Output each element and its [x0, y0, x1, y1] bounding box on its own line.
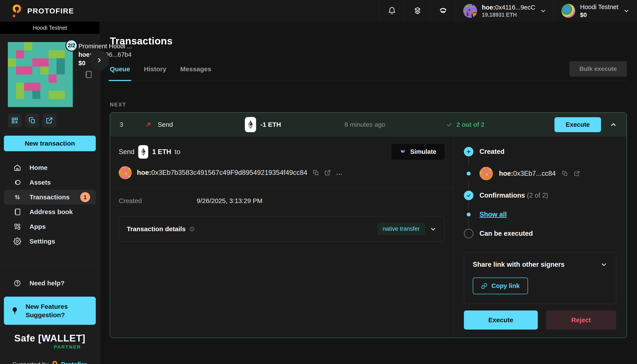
- batch-button[interactable]: [404, 0, 430, 22]
- tx-status-panel: Created: [454, 136, 626, 338]
- wallet-info: hoe:0x4116...9ecC 19.18931 ETH: [482, 4, 535, 18]
- tab-messages[interactable]: Messages: [180, 66, 211, 80]
- transaction-summary-row[interactable]: 3 Send -1 ETH 8 minutes ago: [110, 113, 626, 136]
- timeline-confirmations: Confirmations (2 of 2): [464, 191, 616, 200]
- tx-amount: -1 ETH: [245, 117, 344, 132]
- more-options-icon[interactable]: …: [336, 169, 343, 176]
- tx-type-label: Send: [158, 121, 173, 128]
- send-amount: 1 ETH: [152, 148, 171, 156]
- executable-label: Can be executed: [480, 230, 533, 238]
- supported-by-row: Supported by Protofire: [0, 361, 100, 364]
- topbar-actions: hoe:0x4116...9ecC 19.18931 ETH Hoodi Tes…: [379, 0, 637, 22]
- walletconnect-button[interactable]: [430, 0, 456, 22]
- sidebar-collapse-button[interactable]: [89, 50, 109, 70]
- simulate-icon: [400, 149, 406, 155]
- network-fiat: $0: [580, 11, 618, 19]
- flame-icon: [11, 4, 22, 18]
- brand-name: PROTOFIRE: [27, 7, 74, 15]
- address-book-save-button[interactable]: [84, 42, 93, 107]
- safe-avatar: 2/2: [8, 42, 73, 107]
- qr-code-icon: [11, 117, 18, 124]
- bulk-execute-button[interactable]: Bulk execute: [570, 61, 627, 77]
- simulate-button[interactable]: Simulate: [392, 144, 444, 160]
- plus-circle-icon: [464, 147, 474, 156]
- recipient-address: hoe:0x3Eb7b3583c491567c49F9d89549219354f…: [137, 169, 308, 176]
- creator-address: hoe:0x3Eb7...cc84: [499, 170, 556, 178]
- apps-icon: [14, 223, 21, 230]
- sidebar: Hoodi Testnet 2/2: [0, 22, 100, 364]
- tx-timestamp: 8 minutes ago: [344, 121, 446, 128]
- address-book-icon: [14, 208, 21, 216]
- network-avatar: [562, 4, 575, 18]
- wallet-avatar: [463, 4, 477, 18]
- feature-suggestion-button[interactable]: New Features Suggestion?: [4, 296, 96, 325]
- timeline-connector: [468, 220, 469, 228]
- show-all-link[interactable]: Show all: [480, 210, 507, 218]
- sidebar-item-assets[interactable]: Assets: [4, 175, 96, 190]
- sidebar-item-label: Transactions: [30, 194, 70, 201]
- timeline-created: Created: [464, 147, 616, 156]
- copy-icon[interactable]: [562, 170, 568, 176]
- protofire-link[interactable]: Protofire: [61, 361, 87, 364]
- lightbulb-icon: [10, 306, 19, 315]
- partner-label: PARTNER: [0, 345, 100, 350]
- confirmations-count: (2 of 2): [527, 192, 548, 199]
- copy-icon[interactable]: [313, 170, 319, 176]
- send-summary-row: Send 1 ETH to Simulate: [119, 144, 444, 160]
- safe-wallet-wordmark: Safe [WALLET]: [0, 334, 100, 343]
- supported-by-label: Supported by: [12, 361, 48, 364]
- created-label: Created: [119, 197, 197, 204]
- timeline-connector: [468, 202, 469, 209]
- sidebar-item-settings[interactable]: Settings: [4, 234, 96, 249]
- wallet-address: 0x4116...9ecC: [495, 4, 535, 11]
- chevron-down-icon[interactable]: [430, 226, 436, 232]
- main-content: Transactions Queue History Messages Bulk…: [100, 22, 637, 364]
- sidebar-item-transactions[interactable]: Transactions 1: [4, 190, 96, 204]
- recipient-row: hoe:0x3Eb7b3583c491567c49F9d89549219354f…: [119, 166, 444, 179]
- bell-icon: [388, 7, 396, 15]
- sidebar-item-home[interactable]: Home: [4, 160, 96, 175]
- outgoing-icon: [145, 121, 152, 128]
- queue-count-badge: 1: [80, 192, 90, 202]
- transaction-details-accordion[interactable]: Transaction details native transfer: [119, 216, 444, 242]
- sidebar-item-address-book[interactable]: Address book: [4, 204, 96, 219]
- copy-link-button[interactable]: Copy link: [473, 278, 528, 294]
- qr-code-button[interactable]: [8, 114, 22, 128]
- reject-button[interactable]: Reject: [546, 310, 616, 330]
- safe-wallet-partner-logo: Safe [WALLET] PARTNER: [0, 334, 100, 350]
- need-help-label: Need help?: [30, 280, 64, 287]
- new-transaction-button[interactable]: New transaction: [4, 136, 96, 151]
- chevron-up-icon[interactable]: [610, 121, 617, 128]
- need-help-link[interactable]: Need help?: [4, 276, 96, 290]
- execute-button[interactable]: Execute: [554, 117, 601, 132]
- timeline-created-label: Created: [480, 148, 504, 156]
- walletconnect-icon: [438, 6, 448, 16]
- external-link-icon[interactable]: [324, 170, 331, 176]
- external-link-icon[interactable]: [574, 170, 580, 176]
- send-label: Send: [119, 148, 134, 156]
- timeline-executable: Can be executed: [464, 229, 616, 238]
- send-to-label: to: [175, 148, 180, 156]
- wallet-balance: 19.18931 ETH: [482, 12, 535, 18]
- chevron-down-icon[interactable]: [600, 261, 607, 268]
- eth-icon: [245, 117, 256, 132]
- chevron-down-icon: [623, 8, 630, 14]
- sidebar-network-label: Hoodi Testnet: [0, 22, 100, 34]
- detail-divider: [110, 188, 453, 188]
- notifications-button[interactable]: [379, 0, 404, 22]
- connected-wallet-chip[interactable]: hoe:0x4116...9ecC 19.18931 ETH: [456, 0, 554, 22]
- tx-confirmations-count: 2 out of 2: [446, 121, 554, 128]
- confirmations-label: Confirmations: [480, 192, 525, 199]
- copy-address-button[interactable]: [25, 114, 39, 128]
- created-row: Created 9/26/2025, 3:13:29 PM: [119, 197, 444, 204]
- tab-history[interactable]: History: [144, 66, 166, 80]
- sidebar-item-apps[interactable]: Apps: [4, 219, 96, 234]
- external-link-icon: [46, 117, 53, 124]
- network-info: Hoodi Testnet $0: [580, 3, 618, 18]
- eth-icon: [138, 145, 148, 158]
- execute-button[interactable]: Execute: [464, 310, 538, 330]
- tx-type: Send: [145, 121, 245, 128]
- network-chip[interactable]: Hoodi Testnet $0: [554, 0, 637, 22]
- tab-queue[interactable]: Queue: [110, 66, 130, 80]
- open-explorer-button[interactable]: [42, 114, 56, 128]
